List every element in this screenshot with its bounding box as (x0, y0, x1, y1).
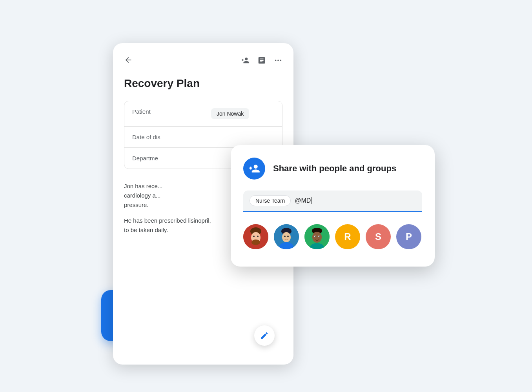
avatars-row: R S P (243, 223, 422, 251)
back-button[interactable] (124, 56, 133, 66)
avatar-p[interactable]: P (396, 224, 421, 249)
scene: Recovery Plan Patient Jon Nowak Date of … (89, 27, 443, 365)
svg-point-16 (287, 236, 289, 237)
avatar-2[interactable] (274, 224, 299, 249)
avatar-s[interactable]: S (366, 224, 391, 249)
dept-label: Departme (124, 148, 203, 169)
patient-chip: Jon Nowak (211, 108, 249, 119)
avatar-photo-1 (243, 224, 268, 249)
avatar-r-letter: R (344, 231, 351, 242)
patient-value: Jon Nowak (203, 101, 282, 126)
svg-point-15 (284, 236, 286, 237)
edit-icon (260, 331, 269, 340)
edit-fab-button[interactable] (254, 325, 275, 346)
date-value (203, 127, 282, 147)
avatar-photo-3 (304, 224, 330, 249)
top-bar (124, 56, 282, 66)
svg-point-2 (275, 60, 277, 61)
svg-point-8 (251, 240, 260, 245)
avatar-1[interactable] (243, 224, 268, 249)
svg-point-13 (282, 232, 291, 242)
add-person-icon (248, 163, 260, 174)
avatar-3[interactable] (304, 224, 330, 249)
text-cursor (312, 197, 312, 204)
more-icon[interactable] (274, 56, 282, 66)
svg-point-10 (257, 236, 259, 237)
svg-point-3 (277, 60, 279, 61)
header-actions (241, 56, 282, 66)
table-row-patient: Patient Jon Nowak (124, 101, 282, 127)
share-icon-circle (243, 158, 265, 180)
svg-point-9 (253, 236, 255, 237)
patient-label: Patient (124, 101, 203, 126)
avatar-s-letter: S (375, 231, 381, 242)
avatar-photo-2 (274, 224, 299, 249)
svg-point-19 (312, 232, 322, 243)
add-person-icon[interactable] (241, 56, 250, 66)
share-input-area[interactable]: Nurse Team @MD (243, 191, 422, 212)
share-title: Share with people and groups (273, 163, 396, 174)
share-header: Share with people and groups (243, 158, 422, 180)
nurse-team-chip[interactable]: Nurse Team (250, 195, 291, 206)
input-value: @MD (295, 197, 311, 204)
date-label: Date of dis (124, 127, 203, 147)
share-input-field[interactable]: @MD (295, 197, 312, 204)
notes-icon[interactable] (257, 56, 266, 66)
svg-point-24 (319, 236, 319, 237)
share-dialog: Share with people and groups Nurse Team … (231, 145, 435, 267)
page-title: Recovery Plan (124, 77, 282, 90)
avatar-p-letter: P (406, 231, 412, 242)
table-row-date: Date of dis (124, 127, 282, 148)
svg-point-23 (315, 236, 315, 237)
avatar-r[interactable]: R (335, 224, 360, 249)
svg-point-4 (280, 60, 282, 61)
